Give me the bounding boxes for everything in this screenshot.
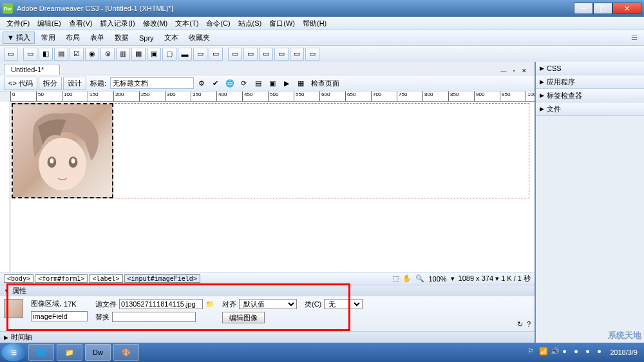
tray-app1-icon[interactable]: ● — [562, 347, 573, 357]
view-design-button[interactable]: 设计 — [63, 77, 86, 90]
doc-minimize-icon[interactable]: — — [500, 67, 507, 75]
insert-tab-forms[interactable]: 表单 — [85, 32, 109, 44]
selected-image-field[interactable] — [12, 103, 113, 198]
panel-css[interactable]: ▶CSS — [536, 62, 644, 75]
tool-spry5-icon[interactable]: ▭ — [290, 48, 304, 61]
tool-button-icon[interactable]: ▬ — [178, 48, 192, 61]
globe-icon[interactable]: 🌐 — [223, 77, 236, 90]
zoom-level[interactable]: 100% — [428, 275, 446, 283]
tool-list-icon[interactable]: ▥ — [116, 48, 130, 61]
title-input[interactable] — [110, 77, 194, 89]
browser-check-icon[interactable]: ⚙ — [195, 77, 208, 90]
tool-radio-icon[interactable]: ◉ — [85, 48, 99, 61]
tray-sound-icon[interactable]: 🔊 — [551, 347, 561, 357]
check-page-label[interactable]: 检查页面 — [308, 79, 342, 88]
tray-app3-icon[interactable]: ● — [585, 347, 596, 357]
chevron-down-icon[interactable]: ▾ — [451, 274, 455, 283]
panel-app[interactable]: ▶应用程序 — [536, 75, 644, 88]
panel-files[interactable]: ▶文件 — [536, 102, 644, 115]
menu-window[interactable]: 窗口(W) — [265, 17, 299, 30]
src-input[interactable] — [119, 299, 203, 309]
alt-input[interactable] — [112, 312, 196, 322]
menu-edit[interactable]: 编辑(E) — [33, 17, 65, 30]
insert-tab-text[interactable]: 文本 — [159, 32, 184, 44]
preview-icon[interactable]: ▣ — [266, 77, 279, 90]
hand-tool-icon[interactable]: ✋ — [402, 274, 412, 283]
properties-panel: 图像区域, 17K 源文件 📁 替换 — [0, 296, 535, 331]
minimize-button[interactable]: ─ — [574, 3, 593, 14]
tool-textarea-icon[interactable]: ▤ — [54, 48, 68, 61]
taskbar-date[interactable]: 2018/3/9 — [610, 348, 638, 356]
menu-site[interactable]: 站点(S) — [234, 17, 266, 30]
tool-fieldset-icon[interactable]: ▭ — [209, 48, 223, 61]
visual-aids-icon[interactable]: ▶ — [280, 77, 293, 90]
tool-spry1-icon[interactable]: ▭ — [228, 48, 242, 61]
tool-label-icon[interactable]: ▭ — [193, 48, 207, 61]
tool-form-icon[interactable]: ▭ — [4, 48, 18, 61]
view-split-button[interactable]: 拆分 — [39, 77, 62, 90]
folder-icon[interactable]: 📁 — [205, 300, 214, 309]
insert-bar-label[interactable]: ▼ 插入 — [3, 32, 35, 44]
insert-tab-common[interactable]: 常用 — [36, 32, 61, 44]
tray-app2-icon[interactable]: ● — [574, 347, 584, 357]
tool-spry2-icon[interactable]: ▭ — [243, 48, 258, 61]
menu-modify[interactable]: 修改(M) — [139, 17, 172, 30]
options-icon[interactable]: ▦ — [294, 77, 307, 90]
validate-icon[interactable]: ✔ — [209, 77, 222, 90]
refresh-icon[interactable]: ⟳ — [238, 77, 251, 90]
panel-tag-inspector[interactable]: ▶标签检查器 — [536, 89, 644, 102]
menu-file[interactable]: 文件(F) — [3, 17, 33, 30]
task-explorer-icon[interactable]: 📁 — [57, 344, 82, 361]
insert-tab-fav[interactable]: 收藏夹 — [184, 32, 215, 44]
insert-tab-data[interactable]: 数据 — [109, 32, 134, 44]
tray-network-icon[interactable]: 📶 — [539, 347, 549, 357]
tool-hidden-icon[interactable]: ◧ — [39, 48, 53, 61]
tool-filefield-icon[interactable]: ▢ — [162, 48, 176, 61]
class-select[interactable]: 无 — [324, 299, 363, 309]
tag-label[interactable]: <label> — [89, 274, 122, 283]
window-size[interactable]: 1089 x 374 ▾ 1 K / 1 秒 — [459, 274, 531, 283]
menu-help[interactable]: 帮助(H) — [299, 17, 330, 30]
menu-insert[interactable]: 插入记录(I) — [96, 17, 138, 30]
tag-form[interactable]: <form#form1> — [35, 274, 88, 283]
tray-flag-icon[interactable]: ⚐ — [527, 347, 538, 357]
help-icon[interactable]: ? — [527, 320, 531, 329]
menu-text[interactable]: 文本(T) — [171, 17, 202, 30]
close-button[interactable]: ✕ — [612, 3, 641, 14]
start-button[interactable]: ⊞ — [1, 343, 26, 361]
document-tab[interactable]: Untitled-1* — [4, 64, 60, 75]
doc-close-icon[interactable]: ✕ — [520, 67, 528, 75]
doc-restore-icon[interactable]: ▫ — [510, 67, 518, 75]
image-id-input[interactable] — [31, 311, 88, 321]
tool-checkbox-icon[interactable]: ☑ — [70, 48, 84, 61]
tag-body[interactable]: <body> — [4, 274, 33, 283]
timeline-header[interactable]: ▶ 时间轴 — [0, 331, 535, 343]
maximize-button[interactable]: ▢ — [593, 3, 612, 14]
task-ie-icon[interactable]: 🌐 — [28, 344, 54, 361]
select-tool-icon[interactable]: ⬚ — [392, 274, 399, 283]
view-code-button[interactable]: <> 代码 — [4, 77, 37, 90]
insert-tab-layout[interactable]: 布局 — [61, 32, 85, 44]
design-canvas[interactable] — [10, 102, 535, 272]
tool-textfield-icon[interactable]: ▭ — [23, 48, 37, 61]
task-paint-icon[interactable]: 🎨 — [113, 344, 139, 361]
file-mgmt-icon[interactable]: ▤ — [252, 77, 265, 90]
align-select[interactable]: 默认值 — [239, 299, 297, 309]
refresh-icon[interactable]: ↻ — [517, 320, 523, 329]
edit-image-button[interactable]: 编辑图像 — [222, 312, 265, 323]
insert-tab-spry[interactable]: Spry — [134, 33, 159, 43]
tool-spry4-icon[interactable]: ▭ — [274, 48, 289, 61]
tool-jumpmenu-icon[interactable]: ▦ — [131, 48, 146, 61]
tag-input[interactable]: <input#imageField> — [124, 274, 200, 283]
tool-radiogroup-icon[interactable]: ⊚ — [100, 48, 115, 61]
tool-spry6-icon[interactable]: ▭ — [305, 48, 319, 61]
zoom-tool-icon[interactable]: 🔍 — [415, 274, 424, 283]
task-dreamweaver-icon[interactable]: Dw — [85, 344, 111, 361]
insert-bar-handle[interactable]: ☰ — [627, 33, 641, 42]
properties-header[interactable]: ▼ 属性 — [0, 285, 535, 296]
tool-imagefield-icon[interactable]: ▣ — [147, 48, 161, 61]
tray-app4-icon[interactable]: ● — [597, 347, 607, 357]
menu-view[interactable]: 查看(V) — [65, 17, 97, 30]
menu-commands[interactable]: 命令(C) — [202, 17, 234, 30]
tool-spry3-icon[interactable]: ▭ — [259, 48, 273, 61]
